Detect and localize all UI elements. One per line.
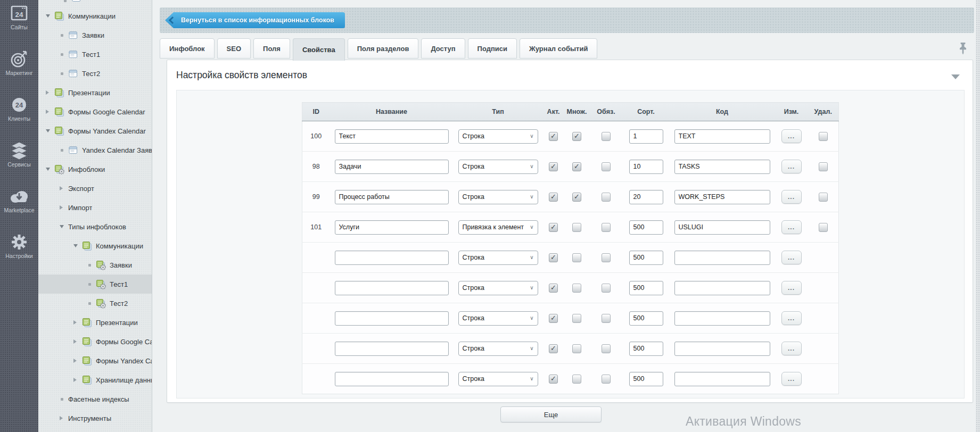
code-input[interactable] [674,160,770,174]
collapsed-arrow-icon[interactable] [73,359,82,363]
sort-input[interactable] [629,281,663,295]
type-select[interactable]: Строка∨ [458,160,538,174]
tree-item-presentations-2[interactable]: Презентации [38,313,152,332]
back-button[interactable]: Вернуться в список информационных блоков [165,12,345,28]
expanded-arrow-icon[interactable] [46,129,54,132]
code-input[interactable] [674,372,770,386]
multiple-checkbox[interactable]: ✓ [572,193,581,202]
multiple-checkbox[interactable] [572,344,581,353]
name-input[interactable] [335,281,449,295]
pin-icon[interactable] [958,42,968,56]
name-input[interactable] [335,251,449,265]
edit-button[interactable]: ... [781,251,802,264]
scrollbar-track[interactable] [976,0,980,432]
tab-properties[interactable]: Свойства [293,38,345,61]
collapsed-arrow-icon[interactable] [46,110,54,114]
tree-item-infoblocks[interactable]: Инфоблоки [38,160,152,179]
code-input[interactable] [674,342,770,356]
sort-input[interactable] [629,190,663,204]
collapsed-arrow-icon[interactable] [60,416,68,420]
edit-button[interactable]: ... [781,342,802,355]
tree-item-forms-yandex-2[interactable]: Формы Yandex Calendar [38,351,152,370]
delete-checkbox[interactable] [819,162,828,171]
collapsed-arrow-icon[interactable] [73,378,82,382]
sort-input[interactable] [629,311,663,326]
tree-item-communications[interactable]: Коммуникации [38,6,152,26]
multiple-checkbox[interactable] [572,223,581,232]
collapsed-arrow-icon[interactable] [60,186,68,190]
active-checkbox[interactable]: ✓ [549,284,558,293]
tree-item-forms-google-2[interactable]: Формы Google Calendar [38,332,152,351]
tab-section-fields[interactable]: Поля разделов [348,38,419,59]
active-checkbox[interactable]: ✓ [549,162,558,171]
code-input[interactable] [674,281,770,295]
type-select[interactable]: Строка∨ [458,281,538,295]
required-checkbox[interactable] [602,253,611,262]
expanded-arrow-icon[interactable] [73,244,82,247]
collapsed-arrow-icon[interactable] [46,90,54,95]
active-checkbox[interactable]: ✓ [549,314,558,323]
tab-event-log[interactable]: Журнал событий [520,38,597,59]
multiple-checkbox[interactable] [572,375,581,384]
type-select[interactable]: Строка∨ [458,342,538,356]
type-select[interactable]: Привязка к элемент∨ [458,220,538,235]
type-select[interactable]: Строка∨ [458,129,538,144]
code-input[interactable] [674,311,770,326]
type-select[interactable]: Строка∨ [458,251,538,265]
required-checkbox[interactable] [602,162,611,171]
name-input[interactable] [335,220,449,235]
expanded-arrow-icon[interactable] [60,225,68,228]
multiple-checkbox[interactable]: ✓ [572,162,581,171]
name-input[interactable] [335,190,449,204]
tree-item-infoblock-types[interactable]: Типы инфоблоков [38,217,152,236]
sort-input[interactable] [629,342,663,356]
active-checkbox[interactable]: ✓ [549,375,558,384]
name-input[interactable] [335,311,449,326]
required-checkbox[interactable] [602,314,611,323]
tree-item-data-storage[interactable]: Хранилище данных [38,370,152,389]
tree-item-test2-2[interactable]: Тест2 [38,294,152,313]
active-checkbox[interactable]: ✓ [549,344,558,353]
name-input[interactable] [335,129,449,144]
name-input[interactable] [335,160,449,174]
sort-input[interactable] [629,160,663,174]
collapsed-arrow-icon[interactable] [73,339,82,344]
edit-button[interactable]: ... [781,372,802,386]
expanded-arrow-icon[interactable] [46,14,54,18]
tab-seo[interactable]: SEO [217,38,251,59]
required-checkbox[interactable] [602,193,611,202]
tab-captions[interactable]: Подписи [468,38,517,59]
code-input[interactable] [674,220,770,235]
sort-input[interactable] [629,251,663,265]
tree-item-test1[interactable]: Тест1 [38,45,152,64]
tree-item-facet-indexes[interactable]: Фасетные индексы [38,389,152,409]
tree-item-export[interactable]: Экспорт [38,179,152,198]
code-input[interactable] [674,190,770,204]
multiple-checkbox[interactable] [572,253,581,262]
collapse-section-arrow-icon[interactable] [951,74,960,79]
tab-access[interactable]: Доступ [421,38,465,59]
type-select[interactable]: Строка∨ [458,372,538,386]
tree-item-forms-google-calendar[interactable]: Формы Google Calendar [38,102,152,121]
edit-button[interactable]: ... [781,160,802,173]
required-checkbox[interactable] [602,284,611,293]
tab-infoblock[interactable]: Инфоблок [160,38,215,59]
tree-item-test2[interactable]: Тест2 [38,64,152,83]
code-input[interactable] [674,129,770,144]
edit-button[interactable]: ... [781,281,802,295]
required-checkbox[interactable] [602,223,611,232]
name-input[interactable] [335,342,449,356]
nav-item-settings[interactable]: Настройки [0,232,38,262]
active-checkbox[interactable]: ✓ [549,253,558,262]
sort-input[interactable] [629,220,663,235]
nav-item-marketplace[interactable]: Marketplace [0,186,38,216]
nav-item-services[interactable]: Сервисы [0,140,38,170]
active-checkbox[interactable]: ✓ [549,132,558,141]
nav-item-marketing[interactable]: Маркетинг [0,49,38,79]
required-checkbox[interactable] [602,132,611,141]
edit-button[interactable]: ... [781,220,802,234]
tree-item-import[interactable]: Импорт [38,198,152,217]
tree-item-presentations[interactable]: Презентации [38,83,152,102]
required-checkbox[interactable] [602,344,611,353]
edit-button[interactable]: ... [781,311,802,325]
